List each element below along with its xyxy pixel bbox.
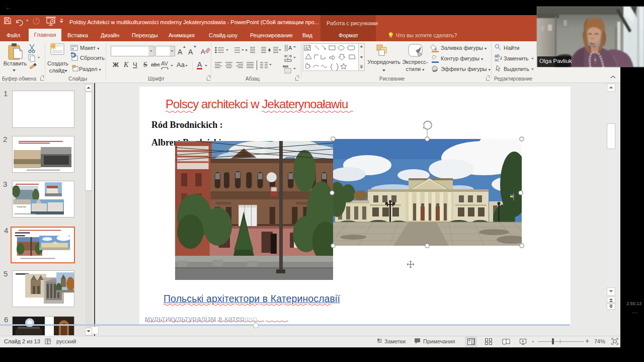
svg-text:AV: AV: [161, 60, 169, 66]
svg-text:ac: ac: [495, 57, 500, 62]
svg-text:А: А: [188, 48, 193, 56]
svg-text:Ч: Ч: [133, 61, 137, 68]
svg-text:A: A: [197, 60, 202, 68]
svg-text:S: S: [143, 61, 147, 68]
svg-text:Тр.Юрк.Кам.: Тр.Юрк.Кам.: [17, 206, 27, 208]
svg-text:А: А: [288, 45, 292, 51]
svg-text:Aa: Aa: [177, 61, 185, 68]
svg-text:Ж: Ж: [112, 61, 119, 68]
svg-text:К: К: [123, 61, 129, 68]
svg-text:А: А: [178, 48, 183, 56]
svg-text:abc: abc: [151, 61, 160, 67]
svg-text:А: А: [201, 48, 205, 55]
